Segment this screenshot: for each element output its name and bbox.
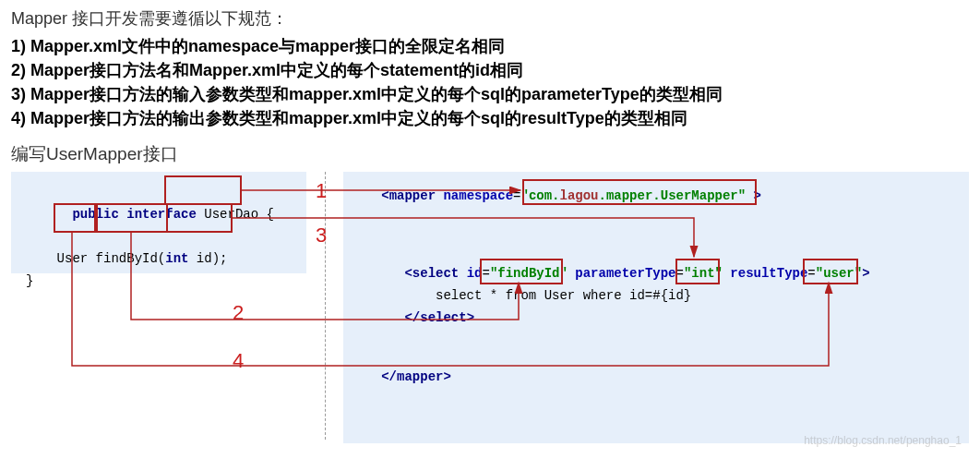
- xml-mapper-close: </mapper>: [343, 366, 969, 388]
- return-type: User: [57, 251, 89, 266]
- mapper-tag: mapper: [389, 188, 436, 203]
- xml-code-pane: <mapper namespace="com.lagou.mapper.User…: [343, 172, 969, 443]
- id-attr: id: [467, 266, 483, 281]
- rule-1: 1) Mapper.xml文件中的namespace与mapper接口的全限定名…: [11, 35, 969, 57]
- map-close-lt: </: [381, 369, 397, 384]
- ns-post: .mapper.UserMapper: [599, 188, 738, 203]
- java-line-3: }: [11, 270, 306, 292]
- select-lt: <: [404, 266, 412, 281]
- xml-select-open: <select id="findById" parameterType="int…: [343, 262, 969, 284]
- ns-mid: lagou: [560, 188, 599, 203]
- label-3: 3: [316, 223, 327, 248]
- rules-block: 1) Mapper.xml文件中的namespace与mapper接口的全限定名…: [11, 35, 969, 129]
- lt: <: [381, 188, 388, 203]
- select-gt: >: [862, 266, 869, 281]
- param-val: "int": [684, 266, 723, 281]
- ns-q1: ": [520, 188, 528, 203]
- xml-mapper-open: <mapper namespace="com.lagou.mapper.User…: [343, 185, 969, 207]
- result-attr: resultType: [730, 266, 807, 281]
- class-name: UserDao: [197, 207, 267, 222]
- vertical-divider: [325, 172, 326, 440]
- label-4: 4: [233, 349, 244, 373]
- xml-sql-body: select * from User where id=#{id}: [343, 284, 969, 307]
- method-name: findById: [88, 251, 158, 266]
- ns-q2: ": [738, 188, 746, 203]
- sel-close-lt: </: [404, 310, 420, 325]
- params-rest: id);: [188, 251, 227, 266]
- label-1: 1: [316, 179, 327, 203]
- keyword-public: public: [72, 207, 118, 222]
- namespace-attr: namespace: [443, 188, 513, 203]
- eq4: =: [807, 266, 815, 281]
- label-2: 2: [233, 301, 244, 325]
- sel-close-gt: >: [467, 310, 474, 325]
- xml-select-close: </select>: [343, 307, 969, 329]
- eq2: =: [482, 266, 489, 281]
- ns-pre: com.: [529, 188, 560, 203]
- gt: >: [746, 188, 761, 203]
- rule-4: 4) Mapper接口方法的输出参数类型和mapper.xml中定义的每个sql…: [11, 107, 969, 129]
- rule-3: 3) Mapper接口方法的输入参数类型和mapper.xml中定义的每个sql…: [11, 83, 969, 105]
- paren-open: (: [158, 251, 165, 266]
- open-brace: {: [267, 207, 274, 222]
- rule-2: 2) Mapper接口方法名和Mapper.xml中定义的每个statement…: [11, 59, 969, 81]
- java-line-2: User findById(int id);: [11, 248, 306, 270]
- param-attr: parameterType: [575, 266, 675, 281]
- id-val: "findById": [490, 266, 568, 281]
- result-val: "user": [816, 266, 862, 281]
- map-close-gt: >: [443, 369, 450, 384]
- sql-body: select * from User where id=#{id}: [436, 288, 691, 303]
- eq3: =: [676, 266, 684, 281]
- java-code-pane: public interface UserDao { User findById…: [11, 172, 306, 273]
- select-tag: select: [412, 266, 459, 281]
- keyword-interface: interface: [126, 207, 197, 222]
- subtitle: 编写UserMapper接口: [11, 142, 969, 166]
- intro-text: Mapper 接口开发需要遵循以下规范：: [11, 7, 969, 30]
- watermark: https://blog.csdn.net/penghao_1: [804, 434, 962, 447]
- keyword-int: int: [165, 251, 188, 266]
- sel-close-tag: select: [420, 310, 466, 325]
- java-line-1: public interface UserDao {: [11, 181, 306, 248]
- map-close-tag: mapper: [397, 369, 443, 384]
- diagram: public interface UserDao { User findById…: [11, 172, 969, 449]
